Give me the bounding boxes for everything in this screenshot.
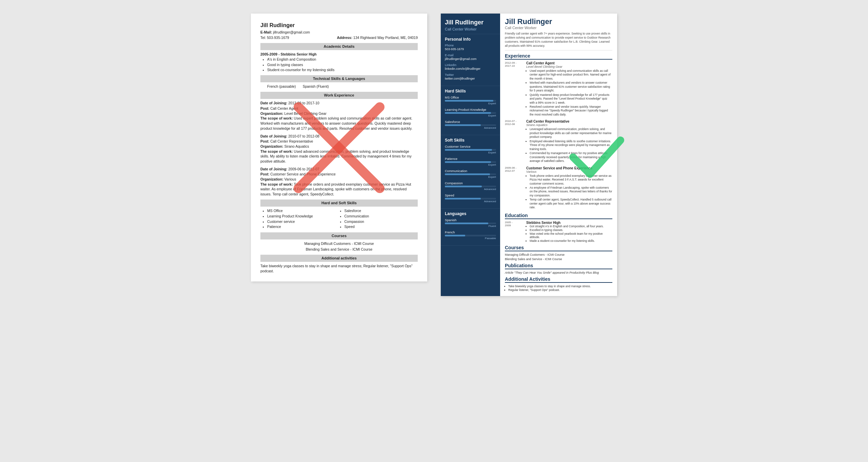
exp-company-2: Sirano Aquatics: [526, 123, 612, 127]
exp-title-3: Customer Service and Phone Experience: [526, 166, 612, 170]
main-content: Jill Rudlinger Call Center Worker Friend…: [500, 14, 617, 296]
email-item: E-mail jillrudlinger@gmail.com: [445, 54, 496, 61]
work-org-3: Organization: Various: [260, 177, 418, 182]
work-desc-3: The scope of work: Took phone orders and…: [260, 182, 418, 197]
phone-item: Phone 503-935-1679: [445, 44, 496, 51]
courses-list: Managing Difficult Customers - ICMI Cour…: [260, 241, 418, 252]
work-org-1: Organization: Level Bevel Climbing Gear: [260, 111, 418, 116]
skills-list: MS Office Learning Product Knowledge Cus…: [267, 208, 418, 230]
exp-company-1: Level Bevel Climbing Gear: [526, 65, 612, 68]
twitter-label: Twitter: [445, 73, 496, 77]
hard-soft-section-header: Hard and Soft Skills: [260, 200, 418, 207]
languages-title: Languages: [445, 211, 496, 216]
skill-communication: Communication Expert: [445, 169, 496, 178]
exp-title-1: Call Center Agent: [526, 61, 612, 65]
phone-value: 503-935-1679: [445, 47, 496, 51]
work-entry-2: Date of Joining: 2010-07 to 2012-08 Post…: [260, 134, 418, 164]
hard-skills-title: Hard Skills: [445, 89, 496, 93]
work-date-2: Date of Joining: 2010-07 to 2012-08: [260, 134, 418, 139]
work-post-1: Post: Call Center Agent: [260, 106, 418, 111]
exp-dates-2: 2010-07 -2012-08: [505, 120, 524, 126]
edu-bullets-1: Got straight A's in English and Composit…: [530, 225, 612, 243]
skill-speed: Speed Advanced: [445, 193, 496, 203]
exp-bullets-3: Took phone orders and provided exemplary…: [530, 174, 612, 210]
skill-customer-service: Customer Service Expert: [445, 145, 496, 154]
left-name: Jill Rudlinger: [260, 22, 418, 29]
soft-skills-section: Soft Skills Customer Service Expert Pati…: [441, 135, 500, 209]
sidebar-title: Call Center Worker: [445, 27, 496, 31]
work-entry-1: Date of Joining: 2012-09 to 2017-10 Post…: [260, 101, 418, 131]
academic-dates: 2005-2009 - Stebbins Senior High: [260, 52, 418, 57]
skill-compassion: Compassion Advanced: [445, 181, 496, 191]
sidebar-name: Jill Rudlinger: [445, 19, 496, 26]
work-desc-2: The scope of work: Used advanced communi…: [260, 149, 418, 164]
academic-bullets: A's in English and Composition Good in t…: [267, 57, 418, 72]
left-email: E-Mail: jillrudlinger@gmail.com: [260, 30, 418, 35]
email-label: E-mail: [445, 54, 496, 57]
edu-entry-1: 2005 -2009 Stebbins Senior High Got stra…: [505, 221, 612, 243]
additional-activities: Take biweekly yoga classes to stay in sh…: [508, 285, 612, 292]
skills-lang-row: French (passable) Spanish (Fluent): [260, 84, 418, 89]
main-job-title: Call Center Worker: [505, 26, 612, 30]
course-2: Blending Sales and Service - ICMI Course: [505, 257, 612, 261]
exp-title-2: Call Center Representative: [526, 120, 612, 123]
exp-dates-3: 2009-06 -2012-07: [505, 166, 524, 172]
personal-info-title: Personal Info: [445, 37, 496, 42]
edu-school-1: Stebbins Senior High: [526, 221, 612, 225]
exp-entry-2: 2010-07 -2012-08 Call Center Representat…: [505, 120, 612, 163]
personal-info-section: Personal Info Phone 503-935-1679 E-mail …: [441, 34, 500, 86]
academic-section-header: Academic Details: [260, 43, 418, 50]
skill-salesforce: Salesforce Advanced: [445, 120, 496, 129]
linkedin-value: linkedin.com/in/jillrudlinger: [445, 67, 496, 70]
left-address: Address: 134 Rightward Way Portland, ME,…: [337, 35, 418, 40]
resume-left: Jill Rudlinger E-Mail: jillrudlinger@gma…: [251, 14, 427, 281]
technical-section-header: Technical Skills & Languages: [260, 75, 418, 82]
main-name: Jill Rudlinger: [505, 18, 612, 26]
left-tel: Tel: 503-935-1679: [260, 35, 289, 40]
main-summary: Friendly call center agent with 7+ years…: [505, 32, 612, 50]
skill-product-knowledge: Learning Product Knowledge Expert: [445, 108, 496, 117]
exp-entry-3: 2009-06 -2012-07 Customer Service and Ph…: [505, 166, 612, 210]
email-value: jillrudlinger@gmail.com: [445, 57, 496, 61]
work-entry-3: Date of Joining: 2009-06 to 2012-07 Post…: [260, 167, 418, 197]
edu-dates-1: 2005 -2009: [505, 221, 524, 243]
linkedin-item: LinkedIn linkedin.com/in/jillrudlinger: [445, 63, 496, 70]
exp-entry-1: 2012-09 -2017-10 Call Center Agent Level…: [505, 61, 612, 117]
work-post-3: Post: Customer Service and Phone Experie…: [260, 172, 418, 177]
skill-french: French (passable): [267, 84, 296, 89]
courses-section-header: Courses: [260, 232, 418, 239]
work-post-2: Post: Call Center Representative: [260, 139, 418, 144]
languages-section: Languages Spanish Fluent French Passable: [441, 209, 500, 246]
exp-company-3: Various: [526, 170, 612, 173]
twitter-item: Twitter twitter.com/jillrudlinger: [445, 73, 496, 80]
skill-ms-office: MS Office Expert: [445, 96, 496, 105]
hard-skills-section: Hard Skills MS Office Expert Learning Pr…: [441, 86, 500, 135]
activities-text: Take biweekly yoga classes to stay in sh…: [260, 264, 418, 273]
sidebar: Jill Rudlinger Call Center Worker Person…: [441, 14, 500, 296]
skill-patience: Patience Expert: [445, 157, 496, 166]
additional-section-title: Additional Activities: [505, 276, 612, 283]
work-org-2: Organization: Sirano Aquatics: [260, 144, 418, 149]
resume-right: Jill Rudlinger Call Center Worker Person…: [441, 14, 617, 296]
twitter-value: twitter.com/jillrudlinger: [445, 77, 496, 80]
lang-spanish: Spanish Fluent: [445, 218, 496, 228]
work-section-header: Work Experience: [260, 92, 418, 99]
course-1: Managing Difficult Customers - ICMI Cour…: [505, 253, 612, 256]
exp-dates-1: 2012-09 -2017-10: [505, 61, 524, 67]
publications-section-title: Publications: [505, 263, 612, 269]
skill-spanish: Spanish (Fluent): [303, 84, 329, 89]
work-date-1: Date of Joining: 2012-09 to 2017-10: [260, 101, 418, 106]
phone-label: Phone: [445, 44, 496, 47]
experience-section-title: Experience: [505, 53, 612, 60]
additional-section-header: Additional activities: [260, 255, 418, 262]
education-section-title: Education: [505, 213, 612, 219]
linkedin-label: LinkedIn: [445, 63, 496, 67]
work-desc-1: The scope of work: Used expert problem s…: [260, 116, 418, 131]
sidebar-name-box: Jill Rudlinger Call Center Worker: [441, 14, 500, 34]
left-contact-row: Tel: 503-935-1679 Address: 134 Rightward…: [260, 35, 418, 40]
soft-skills-title: Soft Skills: [445, 138, 496, 143]
work-date-3: Date of Joining: 2009-06 to 2012-07: [260, 167, 418, 172]
publication-1: Article "They Can Hear You Smile" appear…: [505, 271, 612, 274]
exp-bullets-2: Leveraged advanced communication, proble…: [530, 127, 612, 163]
exp-bullets-1: Used expert problem solving and communic…: [530, 69, 612, 117]
